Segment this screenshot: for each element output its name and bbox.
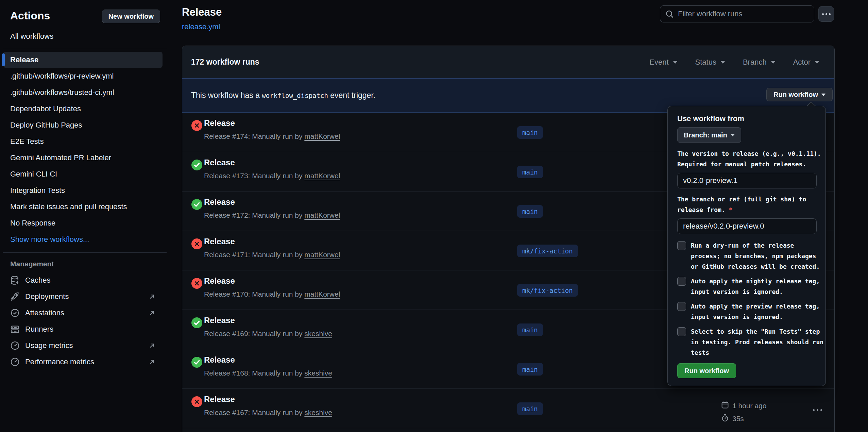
run-duration-value: 35s xyxy=(732,415,744,423)
sidebar-item-caches[interactable]: Caches xyxy=(3,272,163,288)
sidebar-item-attestations[interactable]: Attestations xyxy=(3,305,163,321)
verified-icon xyxy=(10,308,20,318)
filter-workflow-runs-input[interactable] xyxy=(678,10,800,18)
run-description: Release #174: Manually run by mattKorwel xyxy=(204,132,340,140)
sidebar-item-deployments[interactable]: Deployments xyxy=(3,288,163,305)
dispatch-option-label-line: process; no branches, npm packages xyxy=(691,251,820,261)
dispatch-option-label[interactable]: Auto apply the preview release tag,input… xyxy=(691,301,820,322)
branch-badge[interactable]: mk/fix-action xyxy=(517,284,578,297)
filter-branch[interactable]: Branch xyxy=(743,58,776,67)
sidebar-item-workflow[interactable]: Dependabot Updates xyxy=(3,101,163,117)
filter-label: Actor xyxy=(793,58,811,67)
failure-icon xyxy=(191,278,202,289)
run-title-link[interactable]: Release xyxy=(204,355,235,365)
actions-sidebar: Actions New workflow All workflows Relea… xyxy=(0,0,170,432)
new-workflow-button[interactable]: New workflow xyxy=(102,10,160,23)
sidebar-item-label: Deploy GitHub Pages xyxy=(10,121,82,130)
ref-help-text: The branch or ref (full git sha) torelea… xyxy=(677,194,816,215)
run-workflow-dropdown-button[interactable]: Run workflow xyxy=(766,88,833,101)
dispatch-option-label-line: input version is ignored. xyxy=(691,312,820,322)
sidebar-show-more-link[interactable]: Show more workflows... xyxy=(3,231,163,248)
cache-icon xyxy=(10,276,20,285)
sidebar-item-workflow[interactable]: Release xyxy=(3,52,163,68)
branch-badge[interactable]: main xyxy=(517,363,543,376)
rocket-icon xyxy=(10,292,20,301)
filter-event[interactable]: Event xyxy=(649,58,677,67)
kebab-dot xyxy=(820,409,822,411)
run-actor-link[interactable]: skeshive xyxy=(304,330,332,337)
dispatch-option-checkbox[interactable] xyxy=(677,277,686,286)
meter-icon xyxy=(10,357,20,367)
workflow-file-link[interactable]: release.yml xyxy=(182,22,220,31)
run-actor-link[interactable]: skeshive xyxy=(304,409,332,416)
dispatch-option-checkbox[interactable] xyxy=(677,327,686,336)
branch-badge[interactable]: main xyxy=(517,166,543,178)
sidebar-item-performance-metrics[interactable]: Performance metrics xyxy=(3,354,163,370)
run-actor-link[interactable]: skeshive xyxy=(304,369,332,377)
dispatch-option-label[interactable]: Run a dry-run of the releaseprocess; no … xyxy=(691,240,820,272)
run-title-link[interactable]: Release xyxy=(204,118,235,128)
run-title-link[interactable]: Release xyxy=(204,276,235,286)
run-workflow-submit-button[interactable]: Run workflow xyxy=(677,363,736,378)
success-icon xyxy=(191,357,202,368)
dispatch-option-label-line: or GitHub releases will be created. xyxy=(691,261,820,272)
run-actor-link[interactable]: mattKorwel xyxy=(304,290,340,298)
run-filters: EventStatusBranchActor xyxy=(649,58,819,67)
run-actor-link[interactable]: mattKorwel xyxy=(304,251,340,259)
sidebar-item-all-workflows[interactable]: All workflows xyxy=(10,32,53,41)
branch-selector-button[interactable]: Branch: main xyxy=(677,127,741,143)
branch-badge[interactable]: main xyxy=(517,402,543,415)
run-title-link[interactable]: Release xyxy=(204,237,235,246)
search-icon xyxy=(665,10,674,18)
dispatch-option-checkbox[interactable] xyxy=(677,241,686,250)
branch-badge[interactable]: main xyxy=(517,205,543,218)
sidebar-item-workflow[interactable]: Mark stale issues and pull requests xyxy=(3,199,163,215)
sidebar-item-workflow[interactable]: Gemini CLI CI xyxy=(3,166,163,182)
sidebar-item-workflow[interactable]: Deploy GitHub Pages xyxy=(3,117,163,133)
run-actor-link[interactable]: mattKorwel xyxy=(304,132,340,140)
sidebar-item-workflow[interactable]: .github/workflows/pr-review.yml xyxy=(3,68,163,84)
filter-status[interactable]: Status xyxy=(695,58,725,67)
run-title-link[interactable]: Release xyxy=(204,395,235,404)
run-description: Release #171: Manually run by mattKorwel xyxy=(204,251,340,259)
sidebar-item-usage-metrics[interactable]: Usage metrics xyxy=(3,337,163,354)
failure-icon xyxy=(191,238,202,249)
branch-badge[interactable]: mk/fix-action xyxy=(517,245,578,257)
filter-workflow-runs-box[interactable] xyxy=(660,5,814,22)
dispatch-option-label-line: Run a dry-run of the release xyxy=(691,240,820,251)
run-title-link[interactable]: Release xyxy=(204,158,235,167)
run-actor-link[interactable]: mattKorwel xyxy=(304,211,340,219)
help-text-line: release from. * xyxy=(677,204,816,215)
workflow-options-kebab-button[interactable] xyxy=(818,6,834,22)
run-options-kebab-button[interactable] xyxy=(813,409,822,411)
success-icon xyxy=(191,199,202,210)
run-title-link[interactable]: Release xyxy=(204,316,235,325)
run-actor-link[interactable]: mattKorwel xyxy=(304,172,340,180)
workflow-runs-count: 172 workflow runs xyxy=(191,57,259,67)
dispatch-option-label-line: tests xyxy=(691,347,823,358)
run-duration: 35s xyxy=(721,414,744,423)
sidebar-item-workflow[interactable]: Integration Tests xyxy=(3,182,163,199)
branch-badge[interactable]: main xyxy=(517,323,543,336)
version-input[interactable] xyxy=(677,173,817,188)
sidebar-item-workflow[interactable]: Gemini Automated PR Labeler xyxy=(3,150,163,166)
meter-icon xyxy=(10,341,20,350)
sidebar-item-runners[interactable]: Runners xyxy=(3,321,163,337)
dispatch-option-label[interactable]: Auto apply the nightly release tag,input… xyxy=(691,276,820,297)
management-label: Management xyxy=(10,260,54,268)
page-title: Release xyxy=(182,6,222,18)
sidebar-item-workflow[interactable]: .github/workflows/trusted-ci.yml xyxy=(3,84,163,101)
filter-actor[interactable]: Actor xyxy=(793,58,819,67)
dispatch-option-row: Select to skip the "Run Tests" stepin te… xyxy=(677,326,816,358)
ref-input[interactable] xyxy=(677,218,817,234)
chevron-down-icon xyxy=(821,94,826,96)
chevron-down-icon xyxy=(815,61,819,64)
chevron-down-icon xyxy=(673,61,678,64)
run-title-link[interactable]: Release xyxy=(204,197,235,207)
dispatch-option-checkbox[interactable] xyxy=(677,302,686,311)
dispatch-option-label[interactable]: Select to skip the "Run Tests" stepin te… xyxy=(691,326,823,358)
branch-badge[interactable]: main xyxy=(517,126,543,139)
sidebar-item-workflow[interactable]: E2E Tests xyxy=(3,133,163,150)
sidebar-item-workflow[interactable]: No Response xyxy=(3,215,163,231)
external-arrow-icon xyxy=(148,309,156,317)
